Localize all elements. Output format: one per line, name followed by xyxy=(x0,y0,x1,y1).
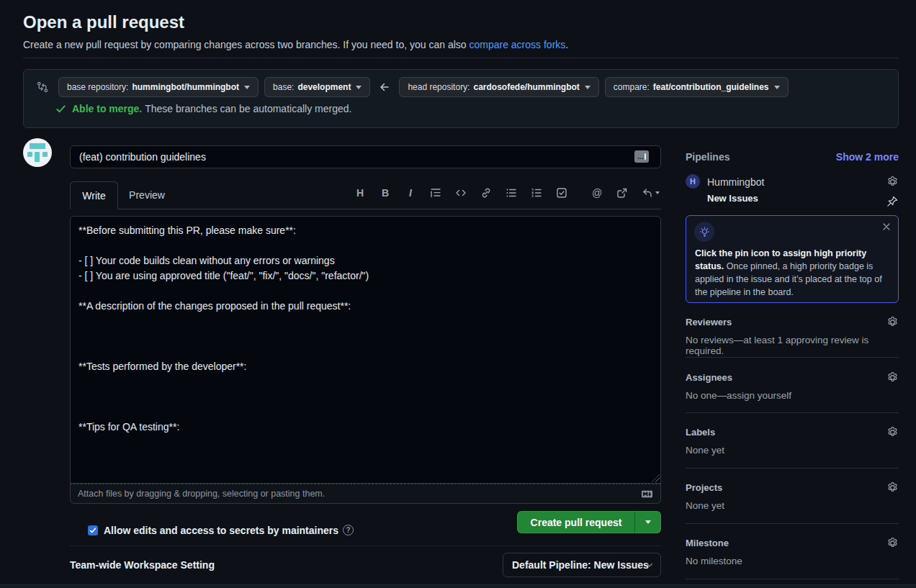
bold-icon[interactable]: B xyxy=(379,186,392,199)
chevron-down-icon xyxy=(645,561,654,569)
chevron-down-icon xyxy=(244,86,250,89)
saved-replies-icon[interactable] xyxy=(641,186,660,199)
attach-files-bar[interactable]: Attach files by dragging & dropping, sel… xyxy=(70,484,661,504)
workspace-name: Hummingbot xyxy=(707,176,764,188)
workspace-setting-label: Team-wide Workspace Setting xyxy=(70,559,215,571)
head-repository-select[interactable]: head repository: cardosofede/hummingbot xyxy=(399,77,598,97)
projects-body: None yet xyxy=(686,500,899,511)
chevron-down-icon xyxy=(356,86,362,89)
close-icon[interactable] xyxy=(881,222,892,232)
maintainer-edits-label[interactable]: Allow edits and access to secrets by mai… xyxy=(104,525,338,536)
sidebar-section-labels: Labels None yet xyxy=(686,427,899,469)
reviewers-heading: Reviewers xyxy=(686,317,899,327)
base-repository-select[interactable]: base repository: hummingbot/hummingbot xyxy=(58,77,259,97)
create-pull-request-dropdown[interactable] xyxy=(634,512,660,533)
branch-selection-panel: base repository: hummingbot/hummingbot b… xyxy=(23,69,899,128)
compare-across-forks-link[interactable]: compare across forks xyxy=(469,39,565,50)
sidebar-section-reviewers: Reviewers No reviews—at least 1 approvin… xyxy=(686,317,899,358)
header-divider xyxy=(23,58,899,58)
ordered-list-icon[interactable] xyxy=(530,186,543,199)
page-subtitle: Create a new pull request by comparing c… xyxy=(23,39,568,50)
merge-status-text: These branches can be automatically merg… xyxy=(145,103,351,114)
pr-title-input[interactable] xyxy=(70,145,661,168)
tab-preview[interactable]: Preview xyxy=(118,181,176,209)
markdown-toolbar: H B I @ xyxy=(354,186,660,199)
assignees-gear-icon[interactable] xyxy=(886,371,899,384)
workspace-divider xyxy=(70,546,661,546)
milestone-heading: Milestone xyxy=(686,538,899,548)
pin-tip-callout: Click the pin icon to assign high priori… xyxy=(686,215,899,303)
quote-icon[interactable] xyxy=(429,186,442,199)
labels-gear-icon[interactable] xyxy=(886,426,899,438)
reviewers-gear-icon[interactable] xyxy=(886,316,899,328)
avatar xyxy=(23,138,52,167)
lightbulb-icon xyxy=(694,222,714,242)
help-icon[interactable]: ? xyxy=(343,525,354,535)
pr-description-textarea[interactable]: **Before submitting this PR, please make… xyxy=(70,216,661,484)
unordered-list-icon[interactable] xyxy=(505,186,518,199)
page-title: Open a pull request xyxy=(23,12,184,32)
default-pipeline-select[interactable]: Default Pipeline: New Issues xyxy=(503,553,661,577)
chevron-down-icon xyxy=(774,86,780,89)
link-icon[interactable] xyxy=(480,186,493,199)
sidebar-section-assignees: Assignees No one—assign yourself xyxy=(686,372,899,413)
labels-body: None yet xyxy=(686,445,899,456)
git-compare-icon xyxy=(37,81,48,93)
create-pull-request-button[interactable]: Create pull request xyxy=(517,511,661,533)
markdown-icon xyxy=(641,489,653,499)
labels-heading: Labels xyxy=(686,427,899,438)
subtitle-text: Create a new pull request by comparing c… xyxy=(23,39,469,50)
chevron-down-icon xyxy=(585,86,591,89)
arrow-left-icon xyxy=(379,81,390,93)
heading-icon[interactable]: H xyxy=(354,186,367,199)
pipeline-name: New Issues xyxy=(707,193,758,204)
check-icon xyxy=(55,104,66,114)
assignees-body: No one—assign yourself xyxy=(686,390,899,401)
pipelines-gear-icon[interactable] xyxy=(886,176,899,188)
milestone-gear-icon[interactable] xyxy=(886,537,899,549)
cross-reference-icon[interactable] xyxy=(616,186,629,199)
compare-branch-select[interactable]: compare: feat/contribution_guidelines xyxy=(605,77,789,97)
maintainer-edits-checkbox[interactable] xyxy=(88,525,98,535)
check-icon xyxy=(89,527,96,534)
merge-status-bold: Able to merge. xyxy=(72,103,142,114)
text-expander-icon[interactable]: ... xyxy=(634,150,649,163)
branch-row: base repository: hummingbot/hummingbot b… xyxy=(37,77,889,97)
assignees-heading: Assignees xyxy=(686,372,899,383)
pin-icon[interactable] xyxy=(886,195,899,207)
open-pull-request-page: Open a pull request Create a new pull re… xyxy=(0,0,916,588)
create-pull-request-label[interactable]: Create pull request xyxy=(518,512,634,533)
code-icon[interactable] xyxy=(454,186,467,199)
sidebar-section-projects: Projects None yet xyxy=(686,482,899,524)
reviewers-body: No reviews—at least 1 approving review i… xyxy=(686,335,899,356)
italic-icon[interactable]: I xyxy=(404,186,417,199)
mention-icon[interactable]: @ xyxy=(591,186,603,199)
tip-text: Click the pin icon to assign high priori… xyxy=(695,247,891,299)
merge-status: Able to merge. These branches can be aut… xyxy=(55,103,351,114)
projects-heading: Projects xyxy=(686,482,899,493)
milestone-body: No milestone xyxy=(686,556,899,566)
chevron-down-icon xyxy=(655,191,660,194)
tab-write[interactable]: Write xyxy=(70,181,118,209)
next-section-edge xyxy=(0,584,916,588)
workspace-avatar: H xyxy=(686,174,700,189)
chevron-down-icon xyxy=(645,520,651,524)
base-branch-select[interactable]: base: development xyxy=(264,77,370,97)
projects-gear-icon[interactable] xyxy=(886,481,899,494)
show-more-link[interactable]: Show 2 more xyxy=(836,151,899,163)
pipelines-heading: Pipelines xyxy=(686,151,729,163)
tasklist-icon[interactable] xyxy=(555,186,568,199)
editor-tab-nav: Write Preview H B I @ xyxy=(70,181,661,209)
sidebar-section-milestone: Milestone No milestone xyxy=(686,538,899,579)
attach-hint: Attach files by dragging & dropping, sel… xyxy=(78,489,325,499)
